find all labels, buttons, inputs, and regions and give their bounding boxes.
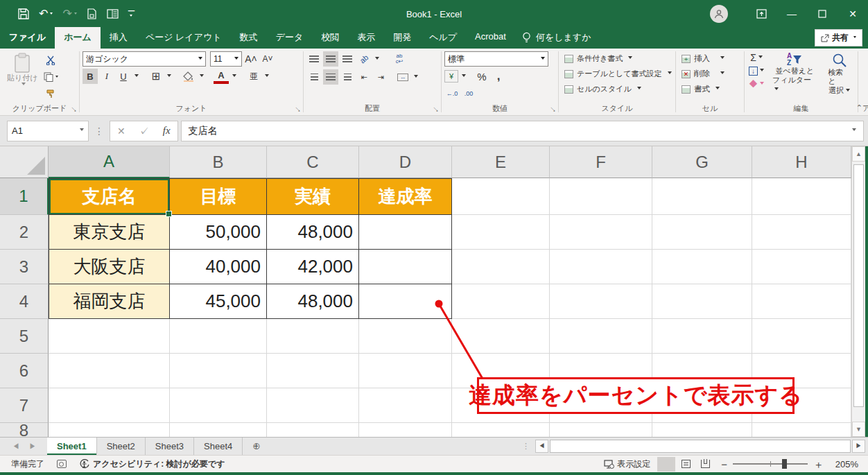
column-header-F[interactable]: F bbox=[550, 146, 652, 178]
redo-button[interactable]: ↷ bbox=[62, 8, 76, 19]
normal-view-button[interactable] bbox=[657, 457, 675, 472]
cell-B6[interactable] bbox=[170, 354, 267, 388]
collapse-ribbon-button[interactable]: ⌃ bbox=[856, 103, 862, 112]
cell-C1[interactable]: 実績 bbox=[267, 178, 359, 215]
autosum-button[interactable]: Σ bbox=[747, 51, 765, 64]
bold-button[interactable]: B bbox=[83, 69, 98, 84]
cell-D4[interactable] bbox=[359, 284, 452, 319]
font-name-select[interactable]: 游ゴシック bbox=[83, 51, 206, 67]
decrease-font-size-button[interactable]: A˅ bbox=[260, 51, 275, 67]
merge-center-button[interactable]: ↔ bbox=[395, 69, 410, 85]
number-format-select[interactable]: 標準 bbox=[444, 51, 548, 67]
scroll-up-icon[interactable]: ▲ bbox=[852, 146, 865, 162]
row-header-5[interactable]: 5 bbox=[0, 319, 49, 354]
cell-C6[interactable] bbox=[267, 354, 359, 388]
cell-E2[interactable] bbox=[452, 215, 550, 250]
increase-decimal-button[interactable]: ←.0 bbox=[444, 86, 460, 101]
cell-C3[interactable]: 42,000 bbox=[267, 250, 359, 284]
maximize-button[interactable] bbox=[807, 0, 837, 28]
macro-record-icon[interactable] bbox=[57, 460, 67, 468]
font-size-select[interactable]: 11 bbox=[210, 51, 242, 67]
fill-button[interactable]: ↓ bbox=[747, 64, 765, 77]
bottom-align-button[interactable] bbox=[340, 51, 355, 67]
top-align-button[interactable] bbox=[306, 51, 322, 67]
cell-H3[interactable] bbox=[752, 250, 851, 284]
cell-D8[interactable] bbox=[359, 423, 452, 437]
cell-F1[interactable] bbox=[550, 178, 652, 215]
cell-D1[interactable]: 達成率 bbox=[359, 178, 452, 215]
font-dialog-launcher[interactable]: ↘ bbox=[295, 107, 301, 113]
borders-button[interactable]: ⊞ bbox=[148, 69, 164, 84]
cell-C4[interactable]: 48,000 bbox=[267, 284, 359, 319]
share-button[interactable]: 共有 bbox=[815, 29, 862, 46]
select-all-corner[interactable] bbox=[0, 146, 49, 178]
form-icon[interactable] bbox=[107, 9, 119, 19]
cell-A7[interactable] bbox=[49, 388, 170, 423]
cell-G2[interactable] bbox=[652, 215, 752, 250]
zoom-slider-handle[interactable] bbox=[782, 459, 787, 469]
column-header-B[interactable]: B bbox=[170, 146, 267, 178]
vertical-scrollbar[interactable]: ▲ ▼ bbox=[851, 146, 865, 437]
cell-F2[interactable] bbox=[550, 215, 652, 250]
tab-help[interactable]: ヘルプ bbox=[420, 27, 466, 49]
cell-A8[interactable] bbox=[49, 423, 170, 437]
cell-A2[interactable]: 東京支店 bbox=[49, 215, 170, 250]
sheet-tab-sheet3[interactable]: Sheet3 bbox=[146, 438, 194, 455]
cell-E4[interactable] bbox=[452, 284, 550, 319]
cell-G4[interactable] bbox=[652, 284, 752, 319]
column-header-D[interactable]: D bbox=[359, 146, 452, 178]
cancel-icon[interactable]: ✕ bbox=[110, 126, 132, 137]
alignment-dialog-launcher[interactable]: ↘ bbox=[433, 107, 439, 113]
row-header-2[interactable]: 2 bbox=[0, 215, 49, 250]
save-icon[interactable] bbox=[18, 8, 29, 19]
font-color-button[interactable]: A bbox=[214, 69, 229, 84]
cell-G1[interactable] bbox=[652, 178, 752, 215]
tab-developer[interactable]: 開発 bbox=[384, 27, 420, 49]
paste-button[interactable]: 貼り付け bbox=[3, 51, 42, 89]
account-avatar[interactable] bbox=[710, 5, 728, 23]
cell-E5[interactable] bbox=[452, 319, 550, 354]
tell-me-box[interactable]: 何をしますか bbox=[515, 27, 598, 49]
comma-style-button[interactable]: , bbox=[491, 69, 506, 84]
format-painter-button[interactable] bbox=[42, 86, 60, 101]
decrease-indent-button[interactable]: ⇤ bbox=[356, 69, 372, 85]
cell-B7[interactable] bbox=[170, 388, 267, 423]
cell-H1[interactable] bbox=[752, 178, 851, 215]
undo-button[interactable]: ↶ bbox=[39, 8, 53, 19]
column-header-A[interactable]: A bbox=[49, 146, 170, 178]
underline-button[interactable]: U bbox=[116, 69, 131, 84]
cell-F3[interactable] bbox=[550, 250, 652, 284]
tab-home[interactable]: ホーム bbox=[55, 27, 101, 49]
cell-B2[interactable]: 50,000 bbox=[170, 215, 267, 250]
column-header-E[interactable]: E bbox=[452, 146, 550, 178]
scroll-down-icon[interactable]: ▼ bbox=[852, 422, 865, 437]
cell-E1[interactable] bbox=[452, 178, 550, 215]
cell-C8[interactable] bbox=[267, 423, 359, 437]
cell-B5[interactable] bbox=[170, 319, 267, 354]
row-header-3[interactable]: 3 bbox=[0, 250, 49, 284]
tab-view[interactable]: 表示 bbox=[348, 27, 384, 49]
format-cells-button[interactable]: 書式 bbox=[682, 82, 720, 96]
sheet-tab-sheet4[interactable]: Sheet4 bbox=[194, 438, 243, 455]
hscroll-resize-handle[interactable]: ⋮ bbox=[518, 442, 534, 451]
qat-customize-button[interactable]: ▔ bbox=[128, 10, 132, 18]
row-header-7[interactable]: 7 bbox=[0, 388, 49, 423]
cell-G8[interactable] bbox=[652, 423, 752, 437]
conditional-formatting-button[interactable]: 条件付き書式 bbox=[564, 51, 632, 66]
italic-button[interactable]: I bbox=[99, 69, 114, 84]
currency-format-button[interactable]: ¥ bbox=[444, 70, 458, 83]
cell-E8[interactable] bbox=[452, 423, 550, 437]
page-layout-view-button[interactable] bbox=[677, 457, 695, 472]
sheet-nav-left-icon[interactable]: ◀ bbox=[12, 442, 19, 451]
cell-G5[interactable] bbox=[652, 319, 752, 354]
minimize-button[interactable]: — bbox=[776, 0, 807, 28]
cell-D5[interactable] bbox=[359, 319, 452, 354]
row-header-6[interactable]: 6 bbox=[0, 354, 49, 388]
increase-font-size-button[interactable]: A˄ bbox=[243, 51, 259, 67]
enter-icon[interactable]: ✓ bbox=[132, 126, 156, 137]
scroll-left-icon[interactable]: ◀ bbox=[535, 440, 548, 453]
delete-cells-button[interactable]: ✕削除 bbox=[682, 67, 724, 81]
align-right-button[interactable] bbox=[340, 69, 355, 85]
cell-B4[interactable]: 45,000 bbox=[170, 284, 267, 319]
cell-G3[interactable] bbox=[652, 250, 752, 284]
